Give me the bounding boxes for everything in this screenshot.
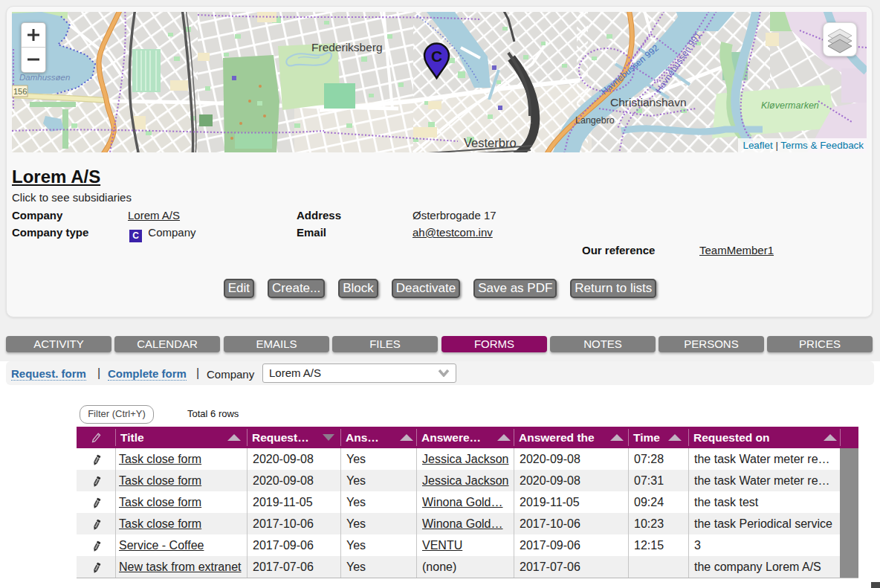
svg-text:Vesterbro: Vesterbro xyxy=(464,136,517,149)
svg-text:Kløvermarken: Kløvermarken xyxy=(761,100,819,111)
svg-text:C: C xyxy=(431,48,442,65)
svg-text:Frederiksberg: Frederiksberg xyxy=(311,41,383,54)
svg-text:Damhussøen: Damhussøen xyxy=(19,73,70,82)
svg-text:156: 156 xyxy=(13,87,27,96)
svg-text:Christianshavn: Christianshavn xyxy=(610,96,687,109)
svg-text:Langebro: Langebro xyxy=(575,115,615,126)
